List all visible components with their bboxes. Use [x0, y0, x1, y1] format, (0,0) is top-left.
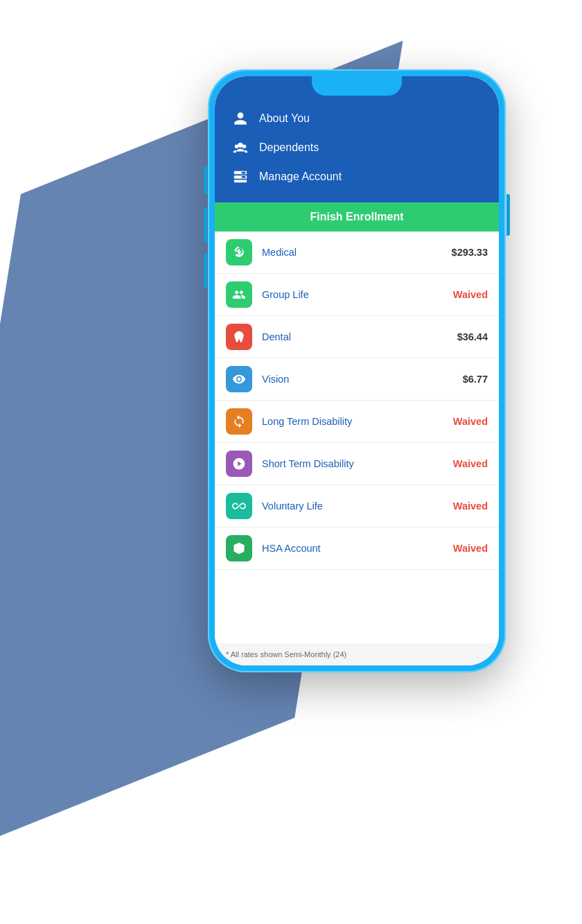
voluntary-life-label: Voluntary Life [262, 500, 443, 512]
ltd-icon [226, 408, 252, 435]
voluntary-life-value: Waived [453, 500, 488, 512]
finish-enrollment-button[interactable]: Finish Enrollment [215, 202, 499, 232]
svg-text:🏛: 🏛 [237, 546, 242, 551]
dental-icon [226, 324, 252, 350]
std-value: Waived [453, 458, 488, 469]
svg-rect-6 [242, 172, 246, 174]
about-you-label: About You [259, 112, 310, 125]
vision-label: Vision [262, 374, 453, 385]
std-icon [226, 451, 252, 477]
vision-icon [226, 366, 252, 392]
benefit-row-medical[interactable]: Medical $293.33 [215, 232, 499, 274]
svg-point-2 [242, 144, 247, 148]
menu-item-manage-account[interactable]: Manage Account [229, 162, 485, 191]
benefit-list: Medical $293.33 Group Life Waived [215, 232, 499, 643]
benefit-row-vision[interactable]: Vision $6.77 [215, 358, 499, 401]
dental-value: $36.44 [457, 331, 488, 342]
screen-content: About You [215, 76, 499, 665]
std-label: Short Term Disability [262, 458, 443, 469]
dental-label: Dental [262, 331, 448, 342]
volume-up-button [204, 208, 207, 243]
power-button [506, 194, 510, 236]
benefit-row-group-life[interactable]: Group Life Waived [215, 274, 499, 316]
menu-item-dependents[interactable]: Dependents [229, 133, 485, 162]
benefit-row-ltd[interactable]: Long Term Disability Waived [215, 401, 499, 443]
phone-screen: About You [215, 76, 499, 665]
group-life-label: Group Life [262, 289, 443, 300]
voluntary-life-icon [226, 493, 252, 519]
benefit-row-hsa[interactable]: 🏛 HSA Account Waived [215, 528, 499, 570]
ltd-label: Long Term Disability [262, 416, 443, 427]
dependents-label: Dependents [259, 141, 319, 154]
hsa-value: Waived [453, 543, 488, 554]
benefit-row-dental[interactable]: Dental $36.44 [215, 316, 499, 358]
svg-rect-7 [242, 176, 246, 178]
phone-container: About You [208, 69, 506, 672]
vision-value: $6.77 [463, 374, 488, 385]
benefit-row-std[interactable]: Short Term Disability Waived [215, 443, 499, 485]
group-life-value: Waived [453, 289, 488, 300]
ltd-value: Waived [453, 416, 488, 427]
menu-item-about-you[interactable]: About You [229, 104, 485, 133]
svg-point-0 [238, 143, 242, 148]
medical-label: Medical [262, 247, 442, 258]
medical-value: $293.33 [452, 247, 488, 258]
phone-frame: About You [208, 69, 506, 672]
hsa-label: HSA Account [262, 543, 443, 554]
volume-down-button [204, 253, 207, 288]
hsa-icon: 🏛 [226, 535, 252, 561]
rates-note: * All rates shown Semi-Monthly (24) [215, 643, 499, 665]
dependents-icon [231, 139, 249, 157]
svg-point-1 [235, 144, 239, 148]
benefit-row-voluntary-life[interactable]: Voluntary Life Waived [215, 485, 499, 528]
user-icon [231, 110, 249, 128]
medical-icon [226, 239, 252, 265]
mute-button [204, 166, 207, 194]
manage-account-icon [231, 168, 249, 186]
svg-rect-5 [234, 180, 247, 183]
phone-notch [312, 76, 402, 96]
manage-account-label: Manage Account [259, 171, 342, 183]
group-life-icon [226, 281, 252, 308]
